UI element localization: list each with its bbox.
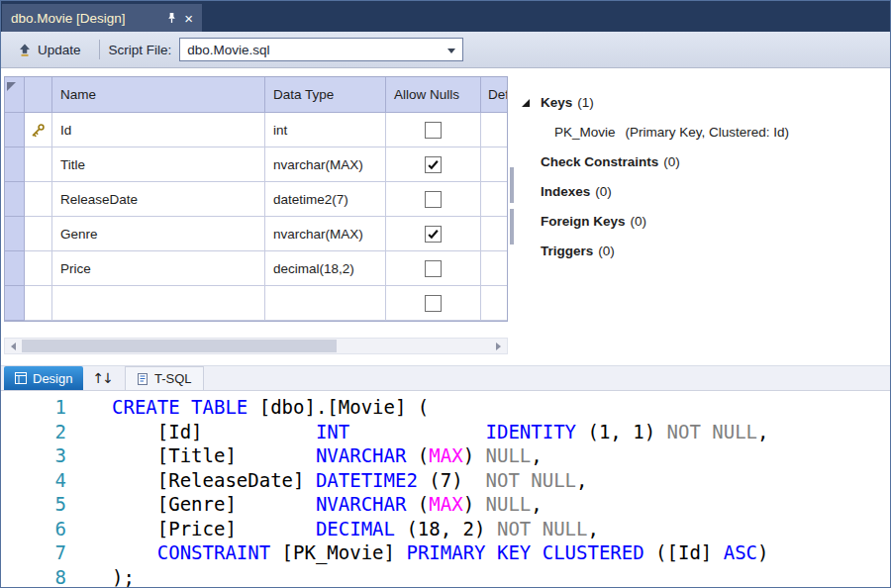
code-line[interactable]: 5 [Genre] NVARCHAR (MAX) NULL, [1,492,890,517]
row-selector[interactable] [5,182,25,217]
key-cell [25,182,52,217]
tsql-editor[interactable]: 1CREATE TABLE [dbo].[Movie] (2 [Id] INT … [1,390,890,588]
column-name-cell[interactable]: ReleaseDate [52,182,265,217]
line-number: 4 [1,468,66,493]
grid-header-data-type[interactable]: Data Type [265,77,386,113]
props-section-count: (0) [631,214,647,229]
table-row[interactable]: Pricedecimal(18,2) [5,251,507,286]
code-line[interactable]: 3 [Title] NVARCHAR (MAX) NULL, [1,443,890,468]
grid-corner-cell[interactable] [5,77,25,113]
line-number: 8 [1,565,66,588]
default-cell[interactable] [481,286,507,321]
column-name-cell[interactable] [52,286,265,321]
code-text: [ReleaseDate] DATETIME2 (7) NOT NULL, [112,468,587,493]
tab-design[interactable]: Design [4,366,83,390]
column-name-cell[interactable]: Price [52,251,265,286]
horizontal-scrollbar[interactable] [4,338,508,354]
props-section-check-constraints[interactable]: Check Constraints(0) [515,151,886,172]
scroll-left-icon[interactable] [5,339,22,353]
grid-header-default[interactable]: Default [481,77,507,113]
data-type-cell[interactable]: nvarchar(MAX) [265,147,386,182]
code-text: [Price] DECIMAL (18, 2) NOT NULL, [112,517,599,541]
expanded-triangle-icon[interactable] [521,98,541,108]
document-tab-title: dbo.Movie [Design] [11,11,162,26]
props-section-foreign-keys[interactable]: Foreign Keys(0) [515,211,886,232]
allow-nulls-cell [386,113,481,147]
primary-key-icon [31,123,46,138]
props-item-detail: (Primary Key, Clustered: Id) [626,125,790,140]
close-icon[interactable]: × [184,11,193,26]
allow-nulls-checkbox[interactable] [425,156,442,173]
splitter-grip [510,209,514,245]
code-line[interactable]: 8); [1,565,890,588]
allow-nulls-checkbox[interactable] [425,122,442,139]
script-file-label: Script File: [109,43,172,57]
default-cell[interactable] [481,147,507,182]
row-selector[interactable] [5,217,25,251]
code-line[interactable]: 6 [Price] DECIMAL (18, 2) NOT NULL, [1,517,890,541]
column-name-cell[interactable]: Id [52,113,265,147]
update-button[interactable]: Update [9,39,90,61]
swap-panes-icon[interactable]: ↑↓ [83,366,120,390]
props-section-triggers[interactable]: Triggers(0) [515,241,886,261]
default-cell[interactable] [481,113,507,147]
data-type-cell[interactable] [265,286,386,321]
allow-nulls-checkbox[interactable] [425,191,442,208]
scrollbar-thumb[interactable] [22,340,337,352]
allow-nulls-checkbox[interactable] [425,260,442,277]
code-text: CONSTRAINT [PK_Movie] PRIMARY KEY CLUSTE… [112,540,769,565]
allow-nulls-checkbox[interactable] [425,226,442,243]
line-number: 5 [1,492,66,517]
corner-triangle-icon [7,79,16,94]
column-name-cell[interactable]: Genre [52,217,265,251]
scroll-right-icon[interactable] [490,339,507,353]
table-row[interactable]: Titlenvarchar(MAX) [5,147,507,182]
default-cell[interactable] [481,251,507,286]
data-type-cell[interactable]: nvarchar(MAX) [265,217,386,251]
row-selector[interactable] [5,251,25,286]
props-section-label: Triggers [541,244,593,258]
grid-header-allow-nulls[interactable]: Allow Nulls [386,77,481,113]
code-line[interactable]: 7 CONSTRAINT [PK_Movie] PRIMARY KEY CLUS… [1,540,890,565]
allow-nulls-checkbox[interactable] [425,295,442,312]
props-item-pk-movie[interactable]: PK_Movie(Primary Key, Clustered: Id) [554,122,886,143]
design-surface-icon [15,372,27,384]
sql-script-icon [137,373,148,385]
bottom-pane-tab-bar: Design ↑↓ T-SQL [1,365,890,390]
data-type-cell[interactable]: decimal(18,2) [265,251,386,286]
line-number: 6 [1,517,66,541]
update-arrow-icon [18,43,32,57]
code-line[interactable]: 2 [Id] INT IDENTITY (1, 1) NOT NULL, [1,420,890,444]
tab-tsql[interactable]: T-SQL [125,366,204,390]
data-type-cell[interactable]: int [265,113,386,147]
table-row[interactable]: Idint [5,113,507,147]
default-cell[interactable] [481,217,507,251]
data-type-cell[interactable]: datetime2(7) [265,182,386,217]
key-cell [25,251,52,286]
code-line[interactable]: 4 [ReleaseDate] DATETIME2 (7) NOT NULL, [1,468,890,493]
pin-icon[interactable] [166,12,177,24]
table-row[interactable] [5,286,507,321]
grid-header-name[interactable]: Name [52,77,265,113]
row-selector[interactable] [5,113,25,147]
script-file-combobox[interactable]: dbo.Movie.sql [179,38,463,61]
row-selector[interactable] [5,286,25,321]
key-cell [25,286,52,321]
tab-dbo-movie-design[interactable]: dbo.Movie [Design] × [2,4,202,32]
table-row[interactable]: ReleaseDatedatetime2(7) [5,182,507,217]
key-cell [25,147,52,182]
props-section-count: (0) [595,184,612,199]
default-cell[interactable] [481,182,507,217]
props-section-keys[interactable]: Keys(1) [515,92,886,113]
props-section-label: Indexes [541,184,590,199]
line-number: 7 [1,540,66,565]
design-tab-label: Design [33,371,72,386]
props-item-name: PK_Movie [554,125,616,140]
column-name-cell[interactable]: Title [52,147,265,182]
row-selector[interactable] [5,147,25,182]
code-line[interactable]: 1CREATE TABLE [dbo].[Movie] ( [1,395,890,420]
props-section-count: (0) [663,154,680,169]
props-section-indexes[interactable]: Indexes(0) [515,181,886,202]
table-row[interactable]: Genrenvarchar(MAX) [5,217,507,251]
tsql-tab-label: T-SQL [154,371,192,386]
